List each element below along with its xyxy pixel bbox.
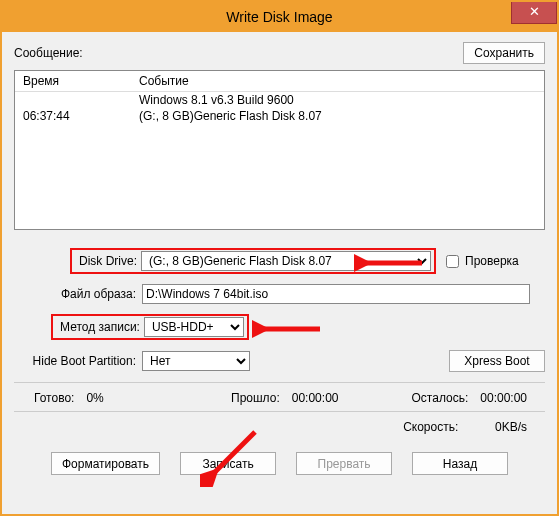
divider [14,411,545,412]
ready-label: Готово: [34,391,74,405]
write-button[interactable]: Записать [180,452,276,475]
status-row: Готово: 0% Прошло: 00:00:00 Осталось: 00… [14,391,545,405]
image-file-input[interactable] [142,284,530,304]
list-item: 06:37:44 (G:, 8 GB)Generic Flash Disk 8.… [15,108,544,124]
log-col-event: Событие [135,74,544,88]
format-button[interactable]: Форматировать [51,452,160,475]
log-header: Время Событие [15,71,544,92]
content-area: Сообщение: Сохранить Время Событие Windo… [2,32,557,514]
remain-label: Осталось: [412,391,469,405]
verify-checkbox[interactable] [446,255,459,268]
message-label: Сообщение: [14,46,83,60]
verify-label: Проверка [465,254,519,268]
elapsed-value: 00:00:00 [292,391,339,405]
window-title: Write Disk Image [226,9,332,25]
hide-boot-select[interactable]: Нет [142,351,250,371]
ready-value: 0% [86,391,103,405]
log-col-time: Время [15,74,135,88]
highlight-write-method: Метод записи: USB-HDD+ [51,314,249,340]
divider [14,382,545,383]
abort-button[interactable]: Прервать [296,452,392,475]
image-file-row: Файл образа: [14,284,545,304]
speed-value: 0KB/s [495,420,527,434]
titlebar: Write Disk Image ✕ [2,2,557,32]
xpress-boot-button[interactable]: Xpress Boot [449,350,545,372]
message-row: Сообщение: Сохранить [14,42,545,64]
write-method-label: Метод записи: [56,320,144,334]
remain-value: 00:00:00 [480,391,527,405]
speed-row: Скорость: 0KB/s [14,420,545,434]
log-rows: Windows 8.1 v6.3 Build 9600 06:37:44 (G:… [15,92,544,124]
hide-boot-label: Hide Boot Partition: [14,354,142,368]
write-method-select[interactable]: USB-HDD+ [144,317,244,337]
disk-drive-select[interactable]: (G:, 8 GB)Generic Flash Disk 8.07 [141,251,431,271]
button-row: Форматировать Записать Прервать Назад [14,452,545,475]
back-button[interactable]: Назад [412,452,508,475]
write-method-row: Метод записи: USB-HDD+ [14,314,545,340]
elapsed-label: Прошло: [231,391,280,405]
list-item: Windows 8.1 v6.3 Build 9600 [15,92,544,108]
image-file-label: Файл образа: [14,287,142,301]
disk-drive-label: Disk Drive: [75,254,141,268]
hide-boot-row: Hide Boot Partition: Нет Xpress Boot [14,350,545,372]
window-frame: Write Disk Image ✕ Сообщение: Сохранить … [0,0,559,516]
close-button[interactable]: ✕ [511,2,557,24]
highlight-disk-drive: Disk Drive: (G:, 8 GB)Generic Flash Disk… [70,248,436,274]
close-icon: ✕ [529,4,540,19]
verify-checkbox-wrap[interactable]: Проверка [442,252,519,271]
speed-label: Скорость: [403,420,458,434]
log-list[interactable]: Время Событие Windows 8.1 v6.3 Build 960… [14,70,545,230]
save-button[interactable]: Сохранить [463,42,545,64]
disk-drive-row: Disk Drive: (G:, 8 GB)Generic Flash Disk… [14,248,545,274]
